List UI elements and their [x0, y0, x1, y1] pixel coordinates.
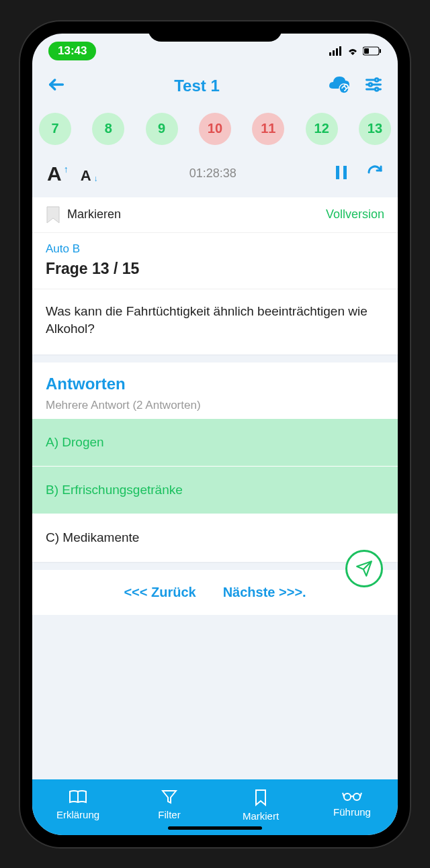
notch	[148, 21, 282, 42]
sliders-icon	[364, 75, 383, 94]
back-button[interactable]	[47, 75, 66, 97]
arrow-left-icon	[47, 75, 66, 94]
question-nav-12[interactable]: 12	[306, 113, 338, 145]
svg-rect-2	[336, 48, 338, 56]
bookmark-outline-icon	[254, 789, 267, 806]
question-nav-10[interactable]: 10	[199, 113, 231, 145]
bottom-nav-filter-label: Filter	[158, 809, 180, 820]
cloud-sync-icon	[328, 75, 351, 94]
pause-button[interactable]	[335, 164, 348, 183]
question-nav-8[interactable]: 8	[92, 113, 124, 145]
font-decrease-button[interactable]: A↓	[81, 167, 91, 185]
question-category: Auto B	[46, 242, 384, 256]
answers-title: Antworten	[46, 375, 384, 393]
battery-icon	[363, 46, 382, 56]
bottom-nav-explain-label: Erklärung	[56, 809, 99, 820]
wifi-icon	[347, 46, 359, 56]
svg-rect-3	[339, 46, 341, 56]
bottom-nav-guide-label: Führung	[333, 806, 371, 818]
svg-point-12	[369, 83, 372, 86]
mark-row: Markieren Vollversion	[32, 197, 398, 233]
font-size-controls: A↑ A↓	[47, 162, 91, 185]
status-time: 13:43	[48, 42, 96, 60]
question-nav-13[interactable]: 13	[359, 113, 391, 145]
svg-marker-18	[163, 791, 176, 803]
timer-display: 01:28:38	[91, 166, 335, 181]
question-text: Was kann die Fahrtüchtigkeit ähnlich bee…	[32, 289, 398, 354]
pause-icon	[335, 164, 348, 181]
screen: 13:43 Test 1 7	[32, 34, 398, 835]
svg-point-14	[375, 87, 378, 91]
bottom-nav-marked[interactable]: Markiert	[215, 789, 306, 822]
status-icons	[329, 46, 382, 56]
phone-frame: 13:43 Test 1 7	[20, 21, 410, 847]
bottom-nav-marked-label: Markiert	[243, 810, 279, 822]
app-header: Test 1	[32, 66, 398, 106]
settings-button[interactable]	[364, 75, 383, 97]
question-nav-11[interactable]: 11	[252, 113, 284, 145]
question-nav-9[interactable]: 9	[146, 113, 178, 145]
answers-subtitle: Mehrere Antwort (2 Antworten)	[46, 399, 384, 412]
prev-button[interactable]: <<< Zurück	[124, 585, 196, 600]
svg-rect-16	[343, 166, 347, 179]
glasses-icon	[342, 789, 362, 802]
bottom-nav-filter[interactable]: Filter	[124, 789, 215, 822]
svg-point-20	[353, 793, 360, 800]
home-indicator[interactable]	[168, 826, 262, 830]
answer-option-a[interactable]: A) Drogen	[32, 419, 398, 467]
svg-rect-6	[380, 49, 381, 53]
question-card: Markieren Vollversion Auto B Frage 13 / …	[32, 197, 398, 354]
bottom-nav-explain[interactable]: Erklärung	[32, 789, 124, 822]
question-meta: Auto B Frage 13 / 15	[32, 233, 398, 289]
question-number-nav[interactable]: 7 8 9 10 11 12 13	[32, 106, 398, 156]
signal-icon	[329, 46, 343, 56]
svg-rect-0	[329, 52, 331, 56]
mark-label[interactable]: Markieren	[67, 207, 121, 222]
next-button[interactable]: Nächste >>>.	[223, 585, 306, 600]
full-version-link[interactable]: Vollversion	[326, 207, 384, 222]
header-title: Test 1	[66, 77, 328, 95]
content-area: Markieren Vollversion Auto B Frage 13 / …	[32, 197, 398, 779]
answers-header: Antworten Mehrere Antwort (2 Antworten)	[32, 363, 398, 419]
svg-point-19	[344, 793, 351, 800]
reset-button[interactable]	[367, 164, 383, 183]
svg-rect-5	[364, 48, 369, 54]
controls-row: A↑ A↓ 01:28:38	[32, 156, 398, 197]
question-nav-7[interactable]: 7	[39, 113, 71, 145]
question-counter: Frage 13 / 15	[46, 260, 384, 278]
answers-card: Antworten Mehrere Antwort (2 Antworten) …	[32, 363, 398, 562]
nav-row: <<< Zurück Nächste >>>.	[32, 570, 398, 615]
answer-option-c[interactable]: C) Medikamente	[32, 514, 398, 562]
send-icon	[355, 560, 373, 577]
svg-rect-15	[336, 166, 339, 179]
bookmark-icon[interactable]	[46, 205, 60, 224]
svg-rect-1	[333, 50, 335, 56]
cloud-sync-button[interactable]	[328, 75, 351, 97]
answer-option-b[interactable]: B) Erfrischungsgetränke	[32, 467, 398, 514]
svg-point-10	[375, 78, 378, 81]
refresh-icon	[367, 164, 383, 181]
bottom-nav-guide[interactable]: Führung	[306, 789, 398, 822]
font-increase-button[interactable]: A↑	[47, 162, 62, 185]
book-icon	[69, 789, 87, 805]
submit-fab[interactable]	[345, 550, 383, 587]
filter-icon	[161, 789, 177, 805]
